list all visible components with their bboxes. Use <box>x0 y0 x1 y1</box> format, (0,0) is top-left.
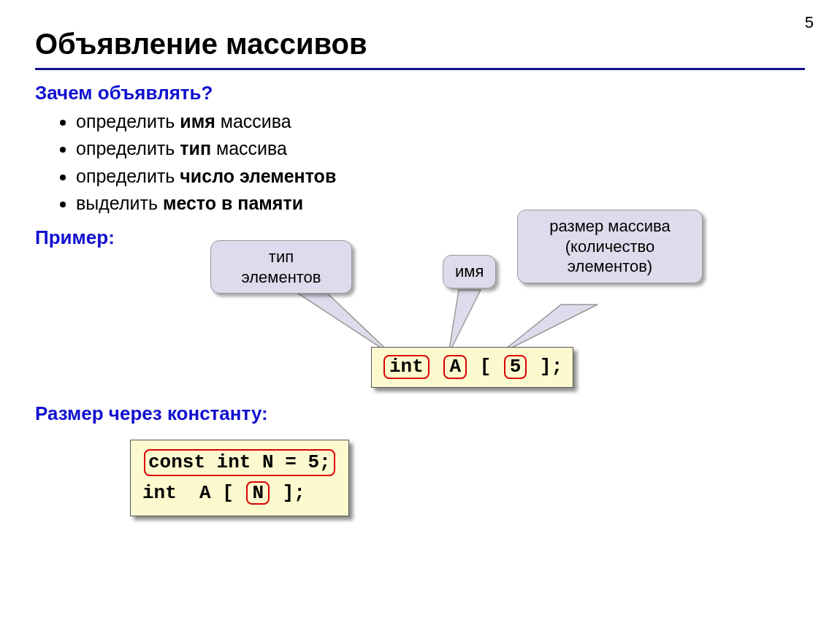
code-line-const: const int N = 5; <box>144 449 335 476</box>
section-why-heading: Зачем объявлять? <box>35 82 805 104</box>
text: определить <box>76 111 180 131</box>
slide-title: Объявление массивов <box>35 28 805 70</box>
code-line-prefix: int A [ <box>142 482 245 504</box>
slide: 5 Объявление массивов Зачем объявлять? о… <box>0 0 840 631</box>
code-token-name: A <box>443 355 467 379</box>
callout-text: размер массива (количество элементов) <box>549 217 670 275</box>
code-token-rbracket: ]; <box>540 356 562 378</box>
why-list: определить имя массива определить тип ма… <box>76 110 805 215</box>
text: выделить <box>76 193 163 213</box>
code-example-2: const int N = 5; int A [ N ]; <box>130 440 805 516</box>
callout-text: тип элементов <box>241 248 321 286</box>
text: определить <box>76 166 180 186</box>
callout-size: размер массива (количество элементов) <box>517 210 703 283</box>
text-bold: тип <box>180 138 211 158</box>
svg-marker-0 <box>287 286 393 356</box>
text: определить <box>76 138 180 158</box>
code-token-N: N <box>246 481 270 505</box>
code-token-size: 5 <box>504 355 527 379</box>
text: массива <box>215 111 291 131</box>
code-box: int A [ 5 ]; <box>371 347 573 388</box>
callout-text: имя <box>455 262 484 280</box>
code-token-lbracket: [ <box>480 356 492 378</box>
text-bold: имя <box>180 111 215 131</box>
code-example-1: int A [ 5 ]; <box>371 347 573 388</box>
text-bold: место в памяти <box>163 193 303 213</box>
page-number: 5 <box>805 13 814 32</box>
list-item: определить тип массива <box>76 137 805 160</box>
example-diagram: тип элементов имя размер массива (количе… <box>152 232 805 385</box>
callout-name: имя <box>443 255 496 288</box>
code-token-int: int <box>383 355 429 379</box>
callout-type: тип элементов <box>210 240 352 294</box>
list-item: определить имя массива <box>76 110 805 133</box>
text: массива <box>211 138 287 158</box>
svg-marker-1 <box>448 290 481 354</box>
section-const-heading: Размер через константу: <box>35 402 805 425</box>
code-line-suffix: ]; <box>271 482 305 504</box>
list-item: определить число элементов <box>76 165 805 188</box>
code-box: const int N = 5; int A [ N ]; <box>130 440 349 516</box>
text-bold: число элементов <box>180 166 336 186</box>
